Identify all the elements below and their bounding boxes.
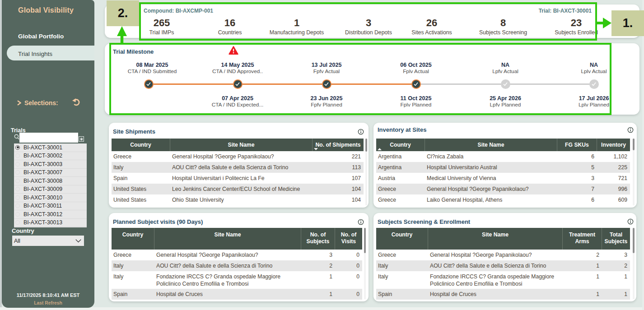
window-bottom-edge <box>0 307 644 310</box>
radio-icon[interactable] <box>15 170 20 175</box>
radio-icon[interactable] <box>15 162 20 167</box>
table-cell: Hospital Universitari i Politecnic La Fe <box>170 173 313 184</box>
country-dropdown[interactable]: All <box>12 236 84 246</box>
table-cell: 1 <box>301 289 335 300</box>
column-header[interactable]: Site Name <box>154 228 301 250</box>
trial-list-item[interactable]: BI-AXCT-30003 <box>14 160 87 169</box>
last-refresh-label: Last Refresh <box>2 301 94 305</box>
table-cell: 1 <box>563 271 602 289</box>
column-header[interactable]: Site Name <box>428 228 563 250</box>
radio-icon[interactable] <box>15 179 20 183</box>
info-icon[interactable] <box>627 127 634 135</box>
table-cell: 1 <box>563 289 602 300</box>
data-table: CountrySite NameFG SKUsInventoryArgentin… <box>376 139 630 205</box>
radio-icon[interactable] <box>15 212 20 217</box>
scrollbar-thumb[interactable] <box>633 139 635 150</box>
table-cell: Leo Jenkins Cancer Center/ECU School of … <box>170 184 313 194</box>
radio-icon[interactable] <box>15 145 20 150</box>
column-header[interactable]: Country <box>376 139 425 151</box>
card-title: Inventory at Sites <box>378 126 426 133</box>
table-cell: Italy <box>112 162 170 173</box>
sidebar-item-global-portfolio[interactable]: Global Portfolio <box>18 33 64 40</box>
info-icon[interactable] <box>627 218 634 227</box>
radio-icon[interactable] <box>15 153 20 158</box>
column-header[interactable]: Country <box>112 228 154 250</box>
radio-icon[interactable] <box>15 220 20 225</box>
table-cell: 2 <box>301 260 335 271</box>
table-row[interactable]: GreeceGeneral Hospital ?George Papanikol… <box>376 184 630 194</box>
table-row[interactable]: SpainHospital Universitari i Politecnic … <box>112 173 364 184</box>
column-header[interactable]: No. ofSubjects <box>301 228 335 250</box>
table-row[interactable]: ItalyAOU Citt? della Salute e della Scie… <box>112 162 364 173</box>
info-icon[interactable] <box>358 129 364 137</box>
table-cell: 2 <box>602 260 630 271</box>
radio-icon[interactable] <box>15 204 20 208</box>
trial-list-item[interactable]: BI-AXCT-30002 <box>14 152 87 161</box>
column-header[interactable]: TotalSubjects <box>602 228 630 250</box>
table-row[interactable]: United StatesLeo Jenkins Cancer Center/E… <box>112 184 364 194</box>
table-row[interactable]: GreeceGeneral Hospital ?George Papanikol… <box>376 250 630 260</box>
table-cell: Hospital de Cruces <box>154 289 301 300</box>
table-row[interactable]: AustriaMedical University of Vienna3721 <box>376 173 630 184</box>
scrollbar-thumb[interactable] <box>633 228 635 253</box>
reset-selections-icon[interactable] <box>72 97 81 109</box>
table-row[interactable]: GreeceLaiko General Hospital, Athens6609 <box>376 194 630 205</box>
radio-icon[interactable] <box>15 187 20 191</box>
trial-list-item[interactable]: BI-AXCT-30007 <box>14 169 87 177</box>
column-header[interactable]: Site Name <box>425 139 557 151</box>
trial-list-item[interactable]: BI-AXCT-30013 <box>14 219 87 227</box>
trials-search-input[interactable] <box>19 133 78 143</box>
info-icon[interactable] <box>358 219 364 227</box>
column-header[interactable]: TreatmentArms <box>563 228 602 250</box>
table-row[interactable]: ItalyFondazione IRCCS C? Granda ospedale… <box>112 271 362 289</box>
trial-list-item[interactable]: BI-AXCT-30010 <box>14 194 87 202</box>
clear-search-icon[interactable] <box>79 136 84 142</box>
table-cell: 1 <box>602 271 630 289</box>
table-cell: 113 <box>313 162 364 173</box>
table-cell: Greece <box>376 250 428 260</box>
table-cell: 996 <box>597 184 630 194</box>
trial-list-item[interactable]: BI-AXCT-30008 <box>14 177 87 185</box>
table-cell: 721 <box>597 173 630 184</box>
table-row[interactable]: ItalyAOU Citt? della Salute e della Scie… <box>376 260 630 271</box>
table-cell: 221 <box>313 151 364 162</box>
trial-list-item[interactable]: BI-AXCT-30009 <box>14 185 87 194</box>
scrollbar-thumb[interactable] <box>365 139 367 152</box>
annotation-box-2 <box>109 43 611 115</box>
scrollbar-thumb[interactable] <box>364 228 366 253</box>
table-row[interactable]: United StatesOhio State University104 <box>112 194 364 205</box>
column-header[interactable]: Country <box>112 139 170 151</box>
sidebar-item-trial-insights-label[interactable]: Trial Insights <box>18 51 52 57</box>
table-row[interactable]: ArgentinaHospital Universitario Austral5… <box>376 162 630 173</box>
table-cell: Fondazione IRCCS C? Granda ospedale Magg… <box>154 271 301 289</box>
table-cell: Spain <box>112 289 154 300</box>
table-row[interactable]: SpainHospital de Cruces11 <box>376 289 630 300</box>
data-table: CountrySite NameNo. of ShipmentsGreeceGe… <box>112 139 364 205</box>
card-title: Site Shipments <box>113 128 155 135</box>
trial-list-item[interactable]: BI-AXCT-30011 <box>14 202 87 211</box>
column-header[interactable]: Inventory <box>597 139 630 151</box>
table-cell: 104 <box>313 194 364 205</box>
table-row[interactable]: ItalyAOU Citt? della Salute e della Scie… <box>112 260 362 271</box>
column-header[interactable]: No. of Shipments <box>313 139 364 151</box>
column-header[interactable]: No. ofVisits <box>335 228 362 250</box>
table-cell: 0 <box>335 250 362 260</box>
annotation-arrow-up-icon <box>115 26 129 46</box>
column-header[interactable]: FG SKUs <box>557 139 597 151</box>
table-cell: 3 <box>602 250 630 260</box>
trial-list-item[interactable]: BI-AXCT-30012 <box>14 210 87 219</box>
table-cell: AOU Citt? della Salute e della Scienza d… <box>170 162 313 173</box>
table-row[interactable]: ItalyFondazione IRCCS C? Granda ospedale… <box>376 271 630 289</box>
selections-header[interactable]: Selections: <box>17 99 58 106</box>
table-cell: Spain <box>376 289 428 300</box>
table-cell: Fondazione IRCCS C? Granda ospedale Magg… <box>428 271 563 289</box>
column-header[interactable]: Country <box>376 228 428 250</box>
table-row[interactable]: ArgentinaCl?nica Zabala61,102 <box>376 151 630 162</box>
table-row[interactable]: SpainHospital de Cruces10 <box>112 289 362 300</box>
trial-list-item[interactable]: BI-AXCT-30001 <box>14 143 87 152</box>
table-row[interactable]: GreeceGeneral Hospital ?George Papanikol… <box>112 151 364 162</box>
table-row[interactable]: GreeceGeneral Hospital ?George Papanikol… <box>112 250 362 260</box>
radio-icon[interactable] <box>15 195 20 200</box>
data-table: CountrySite NameNo. ofSubjectsNo. ofVisi… <box>112 228 362 300</box>
column-header[interactable]: Site Name <box>170 139 313 151</box>
